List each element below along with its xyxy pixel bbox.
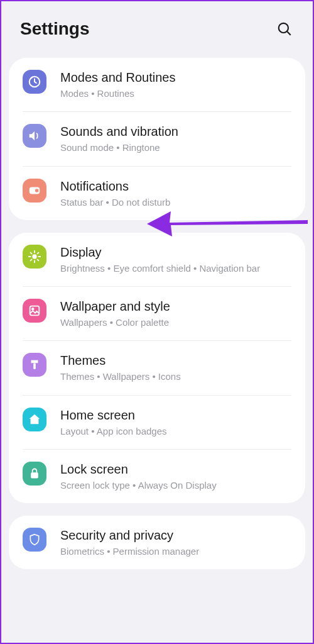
- row-text: Display Brightness • Eye comfort shield …: [60, 244, 291, 275]
- row-subtitle: Layout • App icon badges: [60, 425, 291, 438]
- search-icon: [276, 21, 293, 37]
- svg-rect-17: [31, 472, 38, 478]
- row-text: Home screen Layout • App icon badges: [60, 407, 291, 438]
- row-text: Modes and Routines Modes • Routines: [60, 69, 291, 100]
- row-subtitle: Brightness • Eye comfort shield • Naviga…: [60, 262, 291, 275]
- row-title: Wallpaper and style: [60, 298, 291, 314]
- row-title: Home screen: [60, 407, 291, 423]
- settings-row-lock[interactable]: Lock screen Screen lock type • Always On…: [23, 450, 291, 503]
- security-icon: [23, 528, 46, 552]
- row-text: Lock screen Screen lock type • Always On…: [60, 461, 291, 492]
- svg-line-13: [38, 252, 39, 253]
- sound-icon: [23, 124, 46, 148]
- row-subtitle: Themes • Wallpapers • Icons: [60, 370, 291, 383]
- row-title: Themes: [60, 352, 291, 369]
- row-subtitle: Modes • Routines: [60, 87, 291, 100]
- row-title: Notifications: [60, 178, 291, 194]
- row-subtitle: Wallpapers • Color palette: [60, 316, 291, 329]
- row-text: Sounds and vibration Sound mode • Ringto…: [60, 123, 291, 154]
- row-title: Modes and Routines: [60, 69, 291, 86]
- svg-line-10: [31, 252, 32, 253]
- settings-group: Modes and Routines Modes • Routines Soun…: [9, 58, 305, 220]
- svg-line-11: [38, 259, 39, 260]
- page-title: Settings: [20, 19, 89, 39]
- header: Settings: [1, 1, 313, 58]
- settings-row-themes[interactable]: Themes Themes • Wallpapers • Icons: [23, 341, 291, 395]
- row-subtitle: Screen lock type • Always On Display: [60, 479, 291, 492]
- svg-point-5: [32, 254, 36, 258]
- row-subtitle: Sound mode • Ringtone: [60, 142, 291, 154]
- svg-point-0: [279, 23, 288, 33]
- row-text: Wallpaper and style Wallpapers • Color p…: [60, 298, 291, 329]
- settings-group: Display Brightness • Eye comfort shield …: [9, 233, 305, 503]
- settings-row-home[interactable]: Home screen Layout • App icon badges: [23, 396, 291, 450]
- row-text: Notifications Status bar • Do not distur…: [60, 178, 291, 209]
- modes-icon: [23, 70, 46, 94]
- settings-row-wallpaper[interactable]: Wallpaper and style Wallpapers • Color p…: [23, 287, 291, 341]
- row-subtitle: Biometrics • Permission manager: [60, 545, 291, 558]
- svg-point-15: [32, 308, 34, 310]
- lock-icon: [23, 462, 46, 486]
- settings-group: Security and privacy Biometrics • Permis…: [9, 516, 305, 569]
- settings-row-sounds[interactable]: Sounds and vibration Sound mode • Ringto…: [23, 112, 291, 166]
- row-subtitle: Status bar • Do not disturb: [60, 196, 291, 209]
- svg-point-4: [35, 189, 38, 192]
- svg-line-1: [287, 31, 290, 35]
- search-button[interactable]: [275, 19, 294, 38]
- row-title: Display: [60, 244, 291, 260]
- row-text: Themes Themes • Wallpapers • Icons: [60, 352, 291, 383]
- wallpaper-icon: [23, 299, 46, 323]
- settings-row-security[interactable]: Security and privacy Biometrics • Permis…: [23, 516, 291, 569]
- svg-rect-14: [30, 306, 40, 316]
- settings-row-modes[interactable]: Modes and Routines Modes • Routines: [23, 58, 291, 112]
- settings-row-display[interactable]: Display Brightness • Eye comfort shield …: [23, 233, 291, 287]
- svg-line-12: [31, 259, 32, 260]
- row-title: Lock screen: [60, 461, 291, 477]
- row-title: Sounds and vibration: [60, 123, 291, 140]
- themes-icon: [23, 353, 46, 377]
- svg-rect-16: [33, 364, 36, 370]
- row-title: Security and privacy: [60, 527, 291, 543]
- settings-row-notifications[interactable]: Notifications Status bar • Do not distur…: [23, 167, 291, 220]
- display-icon: [23, 245, 46, 269]
- notifications-icon: [23, 179, 46, 203]
- row-text: Security and privacy Biometrics • Permis…: [60, 527, 291, 558]
- home-icon: [23, 408, 46, 431]
